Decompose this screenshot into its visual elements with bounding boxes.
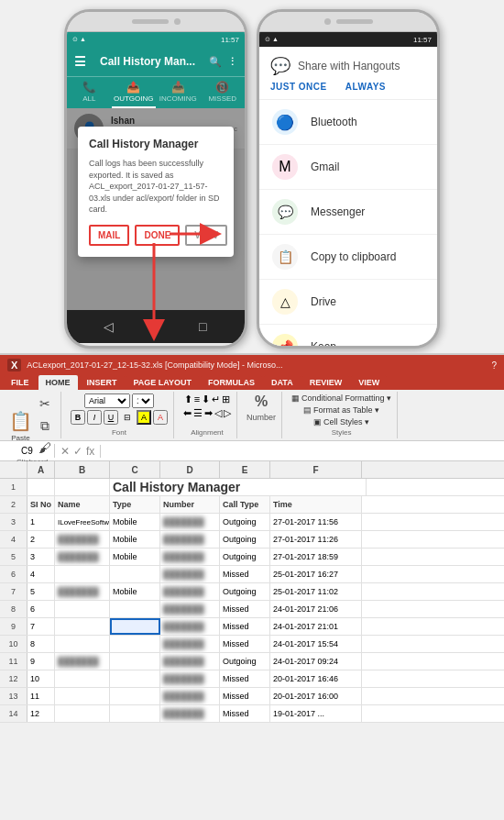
cancel-formula-icon[interactable]: ✕	[60, 445, 70, 458]
col-header-f[interactable]: F	[270, 461, 362, 478]
cell-c4[interactable]: Mobile	[110, 531, 160, 548]
cell-a2[interactable]: SI No	[27, 496, 55, 513]
tab-all[interactable]: 📞 ALL	[67, 77, 112, 108]
name-box[interactable]: C9	[0, 444, 55, 458]
cut-button[interactable]: ✂	[35, 393, 55, 414]
cell-d11[interactable]: ███████	[160, 653, 220, 670]
home-button[interactable]: ○	[147, 317, 165, 336]
cell-c13[interactable]	[110, 688, 160, 704]
cell-f10[interactable]: 24-01-2017 15:54	[270, 636, 362, 652]
cell-e3[interactable]: Outgoing	[220, 514, 270, 530]
cell-d13[interactable]: ███████	[160, 688, 220, 704]
cell-d12[interactable]: ███████	[160, 670, 220, 687]
cell-f9[interactable]: 24-01-2017 21:01	[270, 618, 362, 635]
cell-f13[interactable]: 20-01-2017 16:00	[270, 688, 362, 704]
cell-e8[interactable]: Missed	[220, 601, 270, 617]
cell-b2[interactable]: Name	[55, 496, 110, 513]
search-icon[interactable]: 🔍	[209, 56, 222, 68]
font-family-select[interactable]: Arial	[84, 393, 130, 408]
cell-e9[interactable]: Missed	[220, 618, 270, 635]
cell-a8[interactable]: 6	[27, 601, 55, 617]
cell-c11[interactable]	[110, 653, 160, 670]
cell-f7[interactable]: 25-01-2017 11:02	[270, 583, 362, 600]
cell-d3[interactable]: ███████	[160, 514, 220, 530]
cell-a10[interactable]: 8	[27, 636, 55, 652]
more-icon[interactable]: ⋮	[227, 56, 237, 68]
back-button[interactable]: ◁	[100, 317, 118, 336]
merge-button[interactable]: ⊞	[222, 393, 230, 405]
tab-formulas[interactable]: FORMULAS	[201, 375, 262, 390]
insert-function-icon[interactable]: fx	[86, 445, 94, 458]
cell-c12[interactable]	[110, 670, 160, 687]
cell-d8[interactable]: ███████	[160, 601, 220, 617]
confirm-formula-icon[interactable]: ✓	[73, 445, 82, 458]
tab-incoming[interactable]: 📥 INCOMING	[156, 77, 201, 108]
cell-e4[interactable]: Outgoing	[220, 531, 270, 548]
cell-f11[interactable]: 24-01-2017 09:24	[270, 653, 362, 670]
paste-button[interactable]: 📋 Paste	[9, 410, 32, 442]
cell-a7[interactable]: 5	[27, 583, 55, 600]
tab-file[interactable]: FILE	[4, 375, 37, 390]
cell-b9[interactable]	[55, 618, 110, 635]
tab-review[interactable]: REVIEW	[302, 375, 350, 390]
cell-f8[interactable]: 24-01-2017 21:06	[270, 601, 362, 617]
clipboard-share-item[interactable]: 📋 Copy to clipboard	[259, 235, 437, 280]
recents-button[interactable]: □	[193, 317, 212, 336]
cell-e10[interactable]: Missed	[220, 636, 270, 652]
cell-d2[interactable]: Number	[160, 496, 220, 513]
cell-a4[interactable]: 2	[27, 531, 55, 548]
cell-b10[interactable]	[55, 636, 110, 652]
cell-c10[interactable]	[110, 636, 160, 652]
gmail-share-item[interactable]: M Gmail	[259, 145, 437, 190]
cell-b7[interactable]: ███████	[55, 583, 110, 600]
cell-b6[interactable]	[55, 566, 110, 582]
cell-a5[interactable]: 3	[27, 549, 55, 565]
align-middle-button[interactable]: ≡	[194, 393, 200, 405]
tab-missed[interactable]: 📵 MISSED	[201, 77, 246, 108]
col-header-e[interactable]: E	[220, 461, 270, 478]
col-header-d[interactable]: D	[160, 461, 220, 478]
cell-d14[interactable]: ███████	[160, 705, 220, 722]
view-button[interactable]: VIEW	[185, 225, 227, 246]
cell-b3[interactable]: ILoveFreeSoftware	[55, 514, 110, 530]
cell-f12[interactable]: 20-01-2017 16:46	[270, 670, 362, 687]
cell-a14[interactable]: 12	[27, 705, 55, 722]
indent-decrease-button[interactable]: ◁	[214, 407, 222, 419]
cell-b5[interactable]: ███████	[55, 549, 110, 565]
cell-e7[interactable]: Outgoing	[220, 583, 270, 600]
bold-button[interactable]: B	[71, 410, 85, 425]
cell-f2[interactable]: Time	[270, 496, 362, 513]
cell-a9[interactable]: 7	[27, 618, 55, 635]
cell-f4[interactable]: 27-01-2017 11:26	[270, 531, 362, 548]
font-size-select[interactable]: 10	[132, 393, 154, 408]
cell-f14[interactable]: 19-01-2017 ...	[270, 705, 362, 722]
cell-b12[interactable]	[55, 670, 110, 687]
cell-c2[interactable]: Type	[110, 496, 160, 513]
cell-a12[interactable]: 10	[27, 670, 55, 687]
cell-c3[interactable]: Mobile	[110, 514, 160, 530]
cell-f5[interactable]: 27-01-2017 18:59	[270, 549, 362, 565]
cell-d10[interactable]: ███████	[160, 636, 220, 652]
keep-share-item[interactable]: 📌 Keep	[259, 325, 437, 349]
mail-button[interactable]: MAIL	[89, 225, 129, 246]
indent-increase-button[interactable]: ▷	[224, 407, 231, 419]
align-center-button[interactable]: ☰	[193, 407, 203, 419]
cell-e12[interactable]: Missed	[220, 670, 270, 687]
cell-d4[interactable]: ███████	[160, 531, 220, 548]
cell-e13[interactable]: Missed	[220, 688, 270, 704]
cell-e6[interactable]: Missed	[220, 566, 270, 582]
cell-c7[interactable]: Mobile	[110, 583, 160, 600]
align-left-button[interactable]: ⬅	[183, 407, 192, 419]
tab-view[interactable]: VIEW	[351, 375, 387, 390]
cell-e11[interactable]: Outgoing	[220, 653, 270, 670]
cell-b4[interactable]: ███████	[55, 531, 110, 548]
conditional-formatting-btn[interactable]: ▦ Conditional Formatting ▾	[291, 393, 391, 403]
cell-e5[interactable]: Outgoing	[220, 549, 270, 565]
just-once-button[interactable]: JUST ONCE	[270, 82, 327, 92]
messenger-share-item[interactable]: 💬 Messenger	[259, 190, 437, 235]
cell-d5[interactable]: ███████	[160, 549, 220, 565]
cell-c8[interactable]	[110, 601, 160, 617]
format-table-btn[interactable]: ▤ Format as Table ▾	[303, 405, 379, 415]
border-button[interactable]: ⊟	[120, 410, 135, 425]
cell-f6[interactable]: 25-01-2017 16:27	[270, 566, 362, 582]
